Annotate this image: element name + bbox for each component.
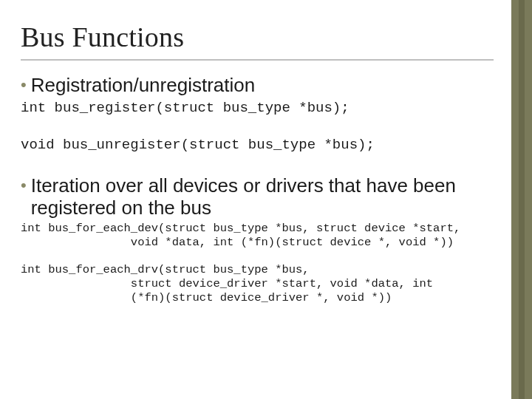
bullet-registration: • Registration/unregistration: [21, 74, 494, 96]
bullet-dot-icon: •: [21, 74, 27, 96]
slide-title: Bus Functions: [21, 21, 511, 53]
slide-body: Bus Functions • Registration/unregistrat…: [0, 0, 511, 399]
bullet-text: Iteration over all devices or drivers th…: [31, 174, 494, 219]
bullet-iteration: • Iteration over all devices or drivers …: [21, 174, 494, 219]
title-underline: [21, 59, 494, 61]
bullet-text: Registration/unregistration: [31, 74, 256, 96]
code-bus-register: int bus_register(struct bus_type *bus);: [21, 99, 494, 117]
slide-content: • Registration/unregistration int bus_re…: [21, 74, 494, 305]
code-bus-unregister: void bus_unregister(struct bus_type *bus…: [21, 136, 494, 154]
code-bus-for-each-drv: int bus_for_each_drv(struct bus_type *bu…: [21, 263, 494, 305]
side-accent-stripe-inner: [519, 0, 525, 399]
bullet-dot-icon: •: [21, 174, 27, 197]
code-bus-for-each-dev: int bus_for_each_dev(struct bus_type *bu…: [21, 222, 494, 250]
